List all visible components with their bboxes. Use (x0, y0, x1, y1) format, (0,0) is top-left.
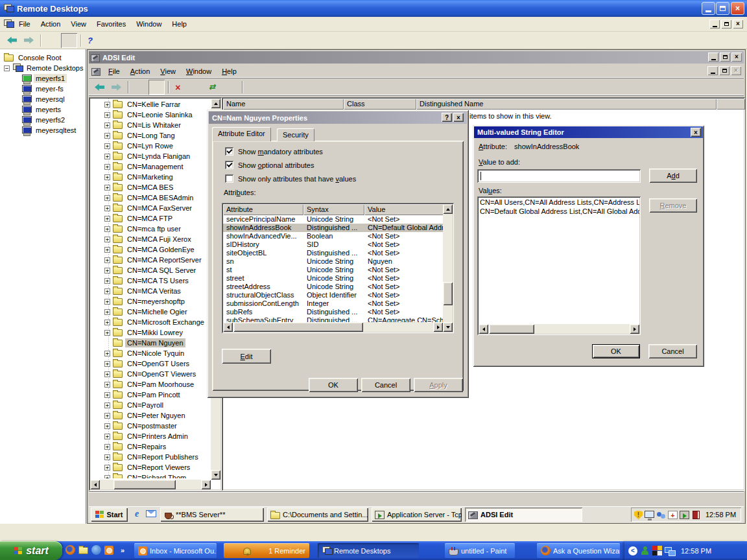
adsi-tree-item[interactable]: CN=Nam Nguyen (90, 338, 211, 348)
child-minimize-button[interactable] (709, 19, 720, 29)
close-button[interactable]: × (691, 128, 701, 137)
clock-app-icon[interactable] (104, 546, 113, 555)
refresh-toolbar-button[interactable] (206, 80, 222, 95)
scroll-up-button[interactable] (211, 99, 220, 108)
cancel-button[interactable]: Cancel (648, 344, 697, 358)
horizontal-scrollbar[interactable] (223, 322, 443, 332)
adsi-tree-item[interactable]: +CN=Printers Admin (90, 431, 211, 441)
network-icon[interactable] (665, 546, 674, 555)
expand-icon[interactable]: + (104, 371, 110, 377)
up-folder-toolbar-button[interactable] (44, 33, 60, 48)
scroll-right-button[interactable] (433, 322, 443, 332)
attribute-row[interactable]: showInAdvancedVie...Boolean<Not Set> (223, 232, 444, 240)
adsi-tree-item[interactable]: +CN=Leonie Slaninka (90, 110, 211, 120)
expand-icon[interactable]: + (104, 216, 110, 222)
adsi-tree-item[interactable]: +CN=Lynda Flanigan (90, 151, 211, 161)
column-header-Name[interactable]: Name (223, 99, 344, 110)
expand-icon[interactable]: + (104, 268, 110, 274)
attribute-row[interactable]: stUnicode String<Not Set> (223, 266, 444, 274)
tree-item-server[interactable]: meyer-fs (0, 84, 86, 94)
horizontal-scrollbar[interactable] (479, 324, 639, 334)
tree-item-server[interactable]: meyersqltest (0, 125, 86, 135)
add-button[interactable]: Add (649, 169, 697, 183)
adsi-tree-item[interactable]: +CN=Pam Moorhouse (90, 379, 211, 390)
adsi-tree-item[interactable]: +CN=MCA TS Users (90, 275, 211, 286)
adsi-tree-item[interactable]: +CN=Pam Pincott (90, 390, 211, 400)
expand-icon[interactable]: + (104, 434, 110, 439)
expand-icon[interactable]: + (104, 382, 110, 388)
export-list-toolbar-button[interactable] (222, 80, 239, 95)
attributes-table[interactable]: AttributeSyntaxValue servicePrincipalNam… (222, 203, 454, 333)
tab-attribute-editor[interactable]: Attribute Editor (212, 127, 271, 141)
apply-button[interactable]: Apply (414, 378, 463, 392)
menu-file[interactable]: File (14, 17, 36, 31)
tree-item-server[interactable]: meyerfs1 (0, 73, 86, 84)
tab-security[interactable]: Security (277, 128, 314, 141)
security-shield-icon[interactable] (634, 511, 643, 520)
help-toolbar-button[interactable] (246, 80, 262, 95)
scroll-down-button[interactable] (443, 322, 453, 332)
hide-icons-chevron[interactable] (628, 546, 637, 555)
task-button[interactable]: C:\Documents and Settin... (267, 508, 368, 522)
scroll-right-button[interactable] (630, 324, 639, 334)
mvse-titlebar[interactable]: Multi-valued String Editor × (474, 126, 703, 138)
scrollbar-thumb[interactable] (233, 322, 363, 332)
adsi-tree-item[interactable]: +CN=Peter Nguyen (90, 410, 211, 421)
minimize-button[interactable] (702, 2, 715, 15)
display-icon[interactable] (645, 511, 654, 518)
expand-icon[interactable]: + (104, 361, 110, 367)
help-button[interactable]: ? (442, 113, 452, 122)
clock[interactable]: 12:58 PM (706, 511, 736, 519)
adsi-tree-item[interactable]: +CN=postmaster (90, 421, 211, 431)
quick-launch-overflow-chevron[interactable]: » (121, 546, 124, 554)
column-header-blank[interactable] (717, 99, 745, 110)
attribute-row[interactable]: sIDHistorySID<Not Set> (223, 240, 444, 249)
adsi-tree-item[interactable]: +CN=MCA FTP (90, 213, 211, 224)
scroll-left-button[interactable] (223, 322, 233, 332)
action-pane-toolbar-button[interactable] (263, 80, 279, 95)
expand-icon[interactable]: + (104, 278, 110, 284)
attribute-row[interactable]: submissionContLengthInteger<Not Set> (223, 299, 444, 308)
server-status-icon[interactable] (680, 511, 689, 519)
tree-item-server[interactable]: meyerts (0, 104, 86, 115)
adsi-menu-action[interactable]: Action (125, 64, 156, 78)
task-button[interactable]: Application Server - Tcp ... (372, 508, 462, 522)
adsi-tree-item[interactable]: +CN=Repairs (90, 441, 211, 452)
cancel-button[interactable]: Cancel (361, 378, 410, 392)
adsi-menu-help[interactable]: Help (217, 64, 242, 78)
adsi-child-minimize-button[interactable] (707, 66, 718, 75)
show-tree-toolbar-button[interactable] (148, 80, 165, 95)
task-button[interactable]: untitled - Paint (445, 543, 515, 558)
ok-button[interactable]: OK (592, 344, 640, 358)
tree-item-remote-desktops[interactable]: −Remote Desktops (0, 63, 86, 73)
tree-item-console-root[interactable]: Console Root (0, 52, 86, 63)
child-restore-button[interactable] (721, 19, 731, 29)
remove-button[interactable]: Remove (649, 198, 697, 213)
adsi-tree-item[interactable]: +CN=Lyn Rowe (90, 141, 211, 151)
expand-icon[interactable]: + (104, 444, 110, 450)
expand-icon[interactable]: + (104, 143, 110, 149)
adsi-tree-item[interactable]: +CN=meyershopftp (90, 296, 211, 307)
task-button[interactable]: Inbox - Microsoft Ou... (134, 543, 217, 558)
scroll-left-button[interactable] (479, 324, 488, 334)
outlook-express-icon[interactable] (146, 510, 156, 517)
expand-icon[interactable]: + (104, 392, 110, 398)
ie-icon[interactable] (132, 509, 142, 519)
expand-icon[interactable]: + (104, 257, 110, 263)
adsi-tree-item[interactable]: +CN=MCA ReportServer (90, 255, 211, 265)
close-button[interactable]: × (453, 113, 464, 122)
menu-favorites[interactable]: Favorites (91, 17, 131, 31)
adsi-tree-item[interactable]: +CN=OpenGT Users (90, 358, 211, 369)
expand-icon[interactable]: + (104, 330, 110, 336)
adsi-tree-item[interactable]: +CN=MCA Fuji Xerox (90, 234, 211, 244)
column-header-Class[interactable]: Class (344, 99, 416, 110)
expand-icon[interactable]: + (104, 154, 110, 159)
adsi-tree-item[interactable]: +CN=MCA SQL Server (90, 265, 211, 275)
menu-view[interactable]: View (65, 17, 91, 31)
forward-toolbar-button[interactable] (21, 33, 37, 48)
scrollbar-thumb[interactable] (113, 480, 176, 489)
task-button[interactable]: Ask a Question Wizar... (537, 543, 620, 558)
adsi-tree-item[interactable]: +CN=Mikki Lowrey (90, 327, 211, 338)
scroll-up-button[interactable] (443, 204, 453, 214)
adsi-menu-file[interactable]: File (103, 64, 125, 78)
